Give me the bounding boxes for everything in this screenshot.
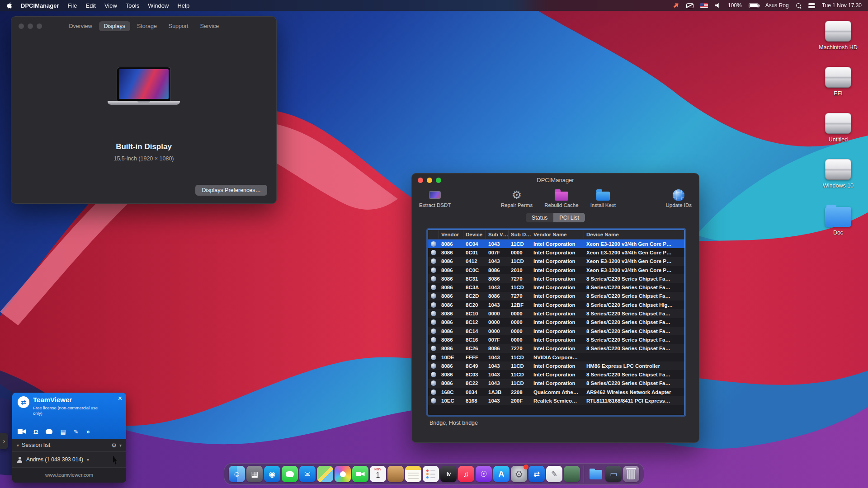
annotate-icon[interactable] [74, 429, 79, 435]
dock-notes[interactable] [405, 466, 421, 482]
table-row[interactable]: 80868C16007F0000Intel Corporation8 Serie… [428, 335, 684, 344]
more-icon[interactable] [86, 428, 90, 435]
dock-photos[interactable] [335, 466, 351, 482]
minimize-button[interactable] [427, 178, 432, 183]
dock-mail[interactable]: ✉ [299, 466, 316, 482]
tab-storage[interactable]: Storage [132, 21, 162, 31]
menu-view[interactable]: View [104, 2, 117, 9]
table-row[interactable]: 80868C1000000000Intel Corporation8 Serie… [428, 309, 684, 318]
column-header-vendor[interactable]: Vendor [439, 230, 463, 239]
tab-displays[interactable]: Displays [99, 21, 130, 31]
chevron-down-icon[interactable] [119, 442, 122, 448]
chevron-down-icon[interactable] [87, 456, 89, 463]
zoom-button[interactable] [436, 178, 441, 183]
menu-help[interactable]: Help [177, 2, 189, 9]
menu-app-name[interactable]: DPCIManager [21, 2, 59, 9]
menu-tools[interactable]: Tools [126, 2, 139, 9]
desktop-icon-machintosh-hd[interactable]: Machintosh HD [811, 21, 865, 51]
session-arrow-icon[interactable] [672, 1, 680, 9]
table-row[interactable]: 10DEFFFF104311CDNVIDIA Corpora… [428, 353, 684, 361]
update-ids-button[interactable]: Update IDs [665, 189, 692, 208]
apple-menu-icon[interactable] [6, 2, 12, 9]
volume-icon[interactable] [715, 3, 721, 8]
dock-trash[interactable] [623, 466, 639, 482]
session-list-row[interactable]: Session list [12, 439, 126, 452]
install-kext-button[interactable]: Install Kext [590, 189, 616, 208]
table-row[interactable]: 80860412104311CDIntel CorporationXeon E3… [428, 257, 684, 266]
headset-icon[interactable] [33, 429, 38, 435]
menu-clock[interactable]: Tue 1 Nov 17.30 [822, 2, 862, 9]
control-center-icon[interactable] [808, 3, 815, 9]
dock-facetime[interactable] [352, 466, 368, 482]
close-button[interactable] [418, 178, 423, 183]
dock-contacts[interactable] [387, 466, 404, 482]
table-row[interactable]: 80860C01007F0000Intel CorporationXeon E3… [428, 248, 684, 257]
repair-perms-button[interactable]: Repair Perms [501, 189, 533, 208]
session-user-row[interactable]: Andres (1 048 393 014) [12, 452, 126, 468]
table-row[interactable]: 80868C2680867270Intel Corporation8 Serie… [428, 344, 684, 353]
close-button[interactable] [19, 23, 24, 29]
spotlight-icon[interactable] [796, 3, 802, 9]
dpci-titlebar[interactable]: DPCIManager [412, 174, 699, 186]
table-row[interactable]: 80868C3A104311CDIntel Corporation8 Serie… [428, 283, 684, 291]
table-row[interactable]: 80868C49104311CDIntel CorporationHM86 Ex… [428, 361, 684, 370]
column-header-sub-d[interactable]: Sub D… [509, 230, 531, 239]
displays-preferences-button[interactable]: Displays Preferences… [195, 185, 267, 196]
table-row[interactable]: 80868C20104312BFIntel Corporation8 Serie… [428, 300, 684, 309]
window-controls[interactable] [19, 23, 42, 29]
dock-downloads-folder[interactable] [588, 466, 604, 482]
column-header-device-name[interactable]: Device Name [584, 230, 684, 239]
close-icon[interactable] [118, 394, 122, 403]
dock-system-preferences[interactable]: ⚙ [511, 466, 527, 482]
battery-icon[interactable] [749, 3, 759, 8]
device-name-menu[interactable]: Asus Rog [765, 2, 789, 9]
dock-safari[interactable]: ◉ [264, 466, 280, 482]
tab-overview[interactable]: Overview [64, 21, 97, 31]
table-row[interactable]: 80868C3180867270Intel Corporation8 Serie… [428, 274, 684, 283]
dock-finder[interactable]: ☺ [229, 466, 245, 482]
dock-app-light[interactable]: ✎ [546, 466, 562, 482]
dock-minimized-window[interactable]: ▭ [605, 466, 622, 482]
dock-app-green[interactable] [564, 466, 580, 482]
dock-calendar[interactable]: NOV1 [370, 466, 386, 482]
zoom-button[interactable] [37, 23, 42, 29]
column-header-sub-v[interactable]: Sub V… [486, 230, 509, 239]
menu-file[interactable]: File [68, 2, 77, 9]
teamviewer-footer-link[interactable]: www.teamviewer.com [12, 468, 126, 483]
chat-icon[interactable] [46, 429, 52, 434]
dock-maps[interactable] [317, 466, 333, 482]
desktop-icon-windows-10[interactable]: Windows 10 [811, 159, 865, 189]
pci-table[interactable]: VendorDeviceSub V…Sub D…Vendor NameDevic… [428, 230, 685, 415]
desktop-icon-doc[interactable]: Doc [811, 205, 865, 236]
dock-teamviewer[interactable]: ⇄ [528, 466, 545, 482]
tab-service[interactable]: Service [195, 21, 224, 31]
desktop-icon-efi[interactable]: EFI [811, 67, 865, 97]
dock-reminders[interactable] [423, 466, 439, 482]
chevron-down-icon[interactable] [17, 442, 19, 448]
tab-pci-list[interactable]: PCI List [553, 213, 585, 222]
dock-podcasts[interactable]: ☉ [476, 466, 492, 482]
rebuild-cache-button[interactable]: Rebuild Cache [544, 189, 578, 208]
table-row[interactable]: 80860C0C80862010Intel CorporationXeon E3… [428, 266, 684, 274]
tab-status[interactable]: Status [526, 213, 553, 222]
dock-music[interactable]: ♫ [458, 466, 474, 482]
screen-mirroring-icon[interactable] [686, 3, 693, 8]
table-row[interactable]: 80860C04104311CDIntel CorporationXeon E3… [428, 239, 684, 248]
table-row[interactable]: 168C00341A3B2208Qualcomm Athe…AR9462 Wir… [428, 388, 684, 396]
dock-launchpad[interactable]: ▦ [246, 466, 263, 482]
teamviewer-dock-handle[interactable] [0, 433, 8, 449]
table-row[interactable]: 80868C1200000000Intel Corporation8 Serie… [428, 318, 684, 327]
session-settings-gear-icon[interactable] [111, 442, 117, 449]
desktop-icon-untitled[interactable]: Untitled [811, 113, 865, 143]
minimize-button[interactable] [28, 23, 33, 29]
extract-dsdt-button[interactable]: Extract DSDT [419, 189, 451, 208]
column-header-vendor-name[interactable]: Vendor Name [531, 230, 584, 239]
dock-messages[interactable] [282, 466, 298, 482]
tab-support[interactable]: Support [164, 21, 193, 31]
dock-tv[interactable]: tv [440, 466, 457, 482]
input-language-flag-icon[interactable] [700, 3, 708, 8]
dock-app-store[interactable]: A [493, 466, 509, 482]
window-controls[interactable] [418, 178, 441, 183]
table-row[interactable]: 80868C2D80867270Intel Corporation8 Serie… [428, 292, 684, 300]
column-header-device[interactable]: Device [463, 230, 486, 239]
